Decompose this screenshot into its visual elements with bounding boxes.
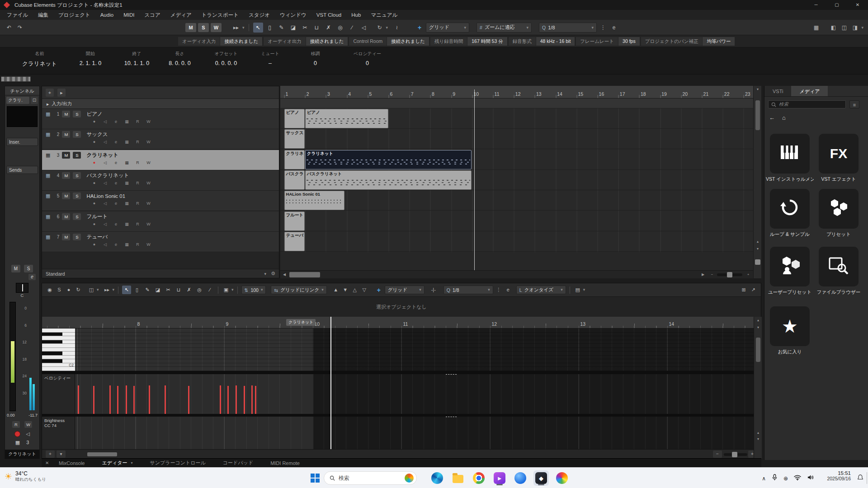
track-monitor-button[interactable]: ◁ <box>102 160 108 166</box>
midi-part[interactable]: クラリネット <box>305 150 472 169</box>
menu-item-4[interactable]: MIDI <box>118 10 139 20</box>
velocity-bar[interactable] <box>165 385 166 414</box>
track-instrument-icon[interactable]: ▦ <box>123 201 130 206</box>
arrangement-lane[interactable] <box>280 211 753 231</box>
menu-item-8[interactable]: スタジオ <box>244 10 275 20</box>
range-selection-tool[interactable]: ▯ <box>265 23 275 33</box>
arrangement-lane[interactable] <box>280 190 753 211</box>
controller-lane[interactable] <box>75 417 754 449</box>
track-solo-button[interactable]: S <box>73 152 81 159</box>
editor-zoom-thumb[interactable] <box>732 452 737 457</box>
editor-hscroll-thumb[interactable] <box>87 452 117 456</box>
cubase-taskbar-icon[interactable]: ◆ <box>533 470 549 486</box>
mute-tool[interactable]: ✗ <box>184 286 193 294</box>
explorer-icon[interactable] <box>450 470 466 486</box>
record-midi-button[interactable]: ● <box>65 286 73 294</box>
snap-toggle[interactable]: + <box>415 23 424 32</box>
maximize-button[interactable]: ▢ <box>826 0 847 10</box>
hscroll-thumb[interactable] <box>289 272 320 277</box>
dropdown-caret-icon[interactable]: ▾ <box>97 286 99 294</box>
info-field-5[interactable]: ミュート– <box>251 47 289 74</box>
piano-key[interactable] <box>42 352 75 356</box>
track-mute-button[interactable]: M <box>62 172 70 179</box>
grid-type-dropdown[interactable]: グリッド▾ <box>385 286 425 294</box>
midi-part[interactable]: クラリネット <box>284 150 305 169</box>
volume-fader[interactable] <box>9 302 16 411</box>
velocity-bar[interactable] <box>188 386 189 414</box>
editor-vzoom-up[interactable]: ▴ <box>755 431 762 435</box>
lower-zone-close-button[interactable]: ✕ <box>45 460 49 465</box>
grid-type-dropdown[interactable]: グリッド▾ <box>426 23 469 33</box>
editor-vzoom-down[interactable]: ▾ <box>755 437 762 441</box>
media-tile-keys[interactable] <box>770 134 810 174</box>
dropdown-caret-icon[interactable]: ▾ <box>386 23 388 33</box>
draw-tool[interactable]: ✎ <box>277 23 287 33</box>
global-mute-button[interactable]: M <box>185 23 196 32</box>
preset-caret-icon[interactable]: ▾ <box>264 272 267 276</box>
currently-edited-part-icon[interactable]: ◫ <box>87 286 95 294</box>
scroll-left-button[interactable]: ◀ <box>280 271 288 278</box>
write-automation-button[interactable]: W <box>24 421 32 428</box>
menu-item-7[interactable]: トランスポート <box>197 10 244 20</box>
input-transformer-icon[interactable]: ≀ <box>392 23 401 33</box>
independent-loop-icon[interactable]: ↻ <box>74 286 82 294</box>
timeline-ruler[interactable]: 1234567891011121314151617181920212223 <box>280 86 753 99</box>
inserts-button[interactable]: Inser. <box>6 138 38 146</box>
track-instrument-icon[interactable]: ▦ <box>123 180 130 186</box>
track-record-button[interactable]: ● <box>91 201 98 206</box>
project-overview-strip[interactable] <box>1 76 31 82</box>
track-record-button[interactable]: ● <box>91 119 98 125</box>
track-edit-button[interactable]: e <box>113 201 119 206</box>
monitor-button[interactable]: ◁ <box>26 431 29 437</box>
quantize-panel-button[interactable]: e <box>504 286 512 294</box>
notification-bell-icon[interactable] <box>857 474 863 482</box>
global-solo-button[interactable]: S <box>198 23 209 32</box>
zoom-tool[interactable]: ◎ <box>335 23 345 33</box>
menu-item-11[interactable]: Hub <box>346 10 366 20</box>
info-field-6[interactable]: 移調0 <box>289 47 341 74</box>
right-zone-tab-1[interactable]: メディア <box>791 86 828 96</box>
zoom-in-button[interactable]: + <box>744 271 752 278</box>
ruler-options-caret[interactable]: ▾ <box>754 86 762 93</box>
left-zone-toggle[interactable]: ◧ <box>829 23 838 33</box>
pan-control[interactable] <box>16 283 28 293</box>
track-row[interactable]: ▦7MSテューバ●◁e▦RW <box>42 232 279 252</box>
track-monitor-button[interactable]: ◁ <box>102 221 108 227</box>
track-mute-button[interactable]: M <box>62 234 70 240</box>
project-cursor[interactable] <box>474 89 475 270</box>
preset-gear-icon[interactable]: ⚙ <box>271 271 275 277</box>
midi-part[interactable]: テューバ <box>284 232 305 251</box>
range-selection-tool[interactable]: ▯ <box>132 286 142 294</box>
lane-preset-caret[interactable]: ▾ <box>57 450 66 458</box>
split-tool[interactable]: ✂ <box>164 286 173 294</box>
grid-quantize-dropdown[interactable]: #ズームに適応▾ <box>476 23 532 33</box>
menu-item-12[interactable]: マニュアル <box>366 10 402 20</box>
track-edit-button[interactable]: e <box>113 221 119 227</box>
hidden-icons-chevron[interactable]: ∧ <box>762 475 766 482</box>
bottom-tab-2[interactable]: サンプラーコントロール <box>150 460 206 466</box>
piano-keyboard[interactable]: C2 <box>42 328 75 371</box>
track-record-button[interactable]: ● <box>91 180 98 186</box>
vscroll-thumb[interactable] <box>755 100 760 130</box>
arrangement-vscrollbar[interactable]: ▾ ▴ ▾ <box>753 86 761 278</box>
editor-vscroll-thumb[interactable] <box>756 338 760 362</box>
velocity-bar[interactable] <box>133 386 135 414</box>
move-up-button[interactable]: ▲ <box>332 286 340 294</box>
velocity-bar[interactable] <box>220 385 221 414</box>
taskbar-clock[interactable]: 15:51 2025/09/16 <box>827 470 851 481</box>
piano-key[interactable]: C2 <box>42 363 75 367</box>
menu-item-6[interactable]: メディア <box>165 10 197 20</box>
track-solo-button[interactable]: S <box>73 234 81 240</box>
dropdown-caret-icon[interactable]: ▾ <box>861 23 863 33</box>
arrangement-lane[interactable] <box>280 231 753 252</box>
auto-scroll-icon[interactable]: ▸▸ <box>103 286 111 294</box>
move-down-button[interactable]: ▼ <box>341 286 349 294</box>
split-tool[interactable]: ✂ <box>300 23 310 33</box>
event-color-icon[interactable]: ▤ <box>574 286 582 294</box>
track-instrument-icon[interactable]: ▦ <box>123 221 130 227</box>
quantize-preset-dropdown[interactable]: Q1/8▾ <box>443 286 493 294</box>
piano-key[interactable] <box>42 333 75 337</box>
right-zone-tab-0[interactable]: VSTi <box>764 86 791 96</box>
open-in-window-button[interactable]: ⊞ <box>740 286 748 294</box>
track-read-button[interactable]: R <box>134 242 141 248</box>
